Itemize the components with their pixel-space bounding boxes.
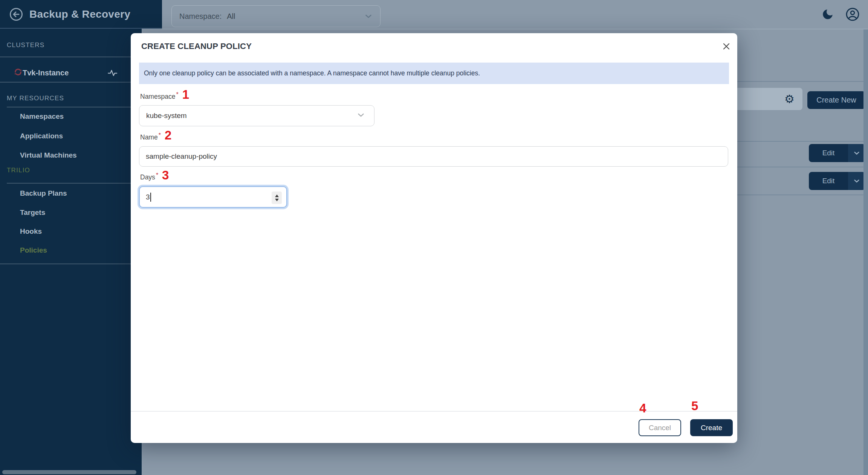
edit-button[interactable]: Edit [809,172,848,190]
sidebar: CLUSTERS Tvk-Instance MY RESOURCES Names… [0,29,142,475]
horizontal-scrollbar-thumb[interactable] [2,470,136,474]
field-label-text: Days [140,173,155,181]
annotation-number-2: 2 [165,129,171,141]
stepper-up-icon[interactable] [275,195,279,197]
user-account-button[interactable] [845,7,860,23]
edit-button[interactable]: Edit [809,144,848,162]
sidebar-item-virtual-machines[interactable]: Virtual Machines [20,151,77,159]
app-title: Backup & Recovery [29,8,130,20]
sidebar-section-my-resources: MY RESOURCES [7,95,64,102]
field-label-text: Namespace [140,93,175,101]
cancel-button[interactable]: Cancel [639,419,681,436]
divider [0,82,142,83]
create-button[interactable]: Create [690,419,733,436]
stepper-down-icon[interactable] [275,199,279,201]
annotation-number-5: 5 [691,400,698,412]
divider [7,107,142,107]
app-header: Backup & Recovery [0,0,162,29]
back-button[interactable] [9,7,23,21]
sidebar-item-policies[interactable]: Policies [20,246,47,254]
trilio-logo-icon [14,68,22,76]
required-asterisk: * [159,132,161,139]
name-input[interactable] [139,146,728,167]
dialog-title: CREATE CLEANUP POLICY [141,41,252,51]
namespace-field-label: Namespace * 1 [140,88,189,101]
close-icon [722,42,731,51]
sidebar-section-trilio: TRILIO [7,167,30,174]
user-avatar-icon [845,7,860,21]
cancel-button-label: Cancel [649,424,671,432]
activity-pulse-icon [107,67,119,78]
chevron-down-icon [853,149,861,157]
annotation-number-4: 4 [639,402,646,414]
field-label-text: Name [140,133,158,141]
create-new-button[interactable]: Create New [807,91,865,109]
days-input[interactable]: 3 [139,186,287,208]
sidebar-section-clusters: CLUSTERS [7,41,44,49]
required-asterisk: * [176,91,178,98]
namespace-select-value: kube-system [146,112,187,120]
chevron-down-icon [364,11,373,21]
info-banner: Only one cleanup policy can be associate… [139,63,729,84]
sidebar-item-targets[interactable]: Targets [20,208,45,217]
annotation-number-3: 3 [162,169,169,181]
days-field-label: Days * 3 [140,169,169,181]
namespace-filter-label: Namespace: [179,12,222,21]
close-button[interactable] [721,41,732,52]
create-cleanup-policy-dialog: CREATE CLEANUP POLICY Only one cleanup p… [131,33,737,443]
required-asterisk: * [156,172,158,179]
annotation-number-1: 1 [182,88,189,101]
moon-icon [821,8,834,21]
back-arrow-icon [9,7,23,21]
divider [0,264,142,264]
info-banner-text: Only one cleanup policy can be associate… [144,69,480,77]
edit-dropdown-toggle[interactable] [848,172,865,190]
edit-dropdown-toggle[interactable] [848,144,865,162]
chevron-down-icon [356,110,366,120]
divider [7,183,142,184]
instance-activity-button[interactable] [107,67,119,80]
sidebar-item-backup-plans[interactable]: Backup Plans [20,189,67,198]
chevron-down-icon [853,177,861,185]
divider [0,57,142,57]
divider [162,29,868,29]
text-cursor [150,193,151,202]
sidebar-item-applications[interactable]: Applications [20,132,63,140]
app-screen: Backup & Recovery Namespace: All CLUSTER… [0,0,868,475]
name-field-label: Name * 2 [140,129,171,141]
namespace-filter-select[interactable]: Namespace: All [171,5,381,27]
table-row-edit-button[interactable]: Edit [809,172,865,190]
namespace-select[interactable]: kube-system [139,105,374,126]
dark-mode-toggle[interactable] [821,8,834,22]
sidebar-item-hooks[interactable]: Hooks [20,227,42,236]
vertical-scrollbar[interactable] [863,29,868,475]
days-input-value: 3 [146,193,150,201]
number-stepper[interactable] [272,192,282,204]
create-new-label: Create New [816,96,856,104]
table-row-edit-button[interactable]: Edit [809,144,865,162]
gear-icon[interactable]: ⚙ [784,93,795,105]
sidebar-item-namespaces[interactable]: Namespaces [20,112,64,121]
sidebar-instance-name: Tvk-Instance [23,69,69,77]
divider [131,411,737,412]
sidebar-item-tvk-instance[interactable]: Tvk-Instance [0,66,142,82]
namespace-filter-value: All [227,12,235,21]
create-button-label: Create [701,424,722,432]
